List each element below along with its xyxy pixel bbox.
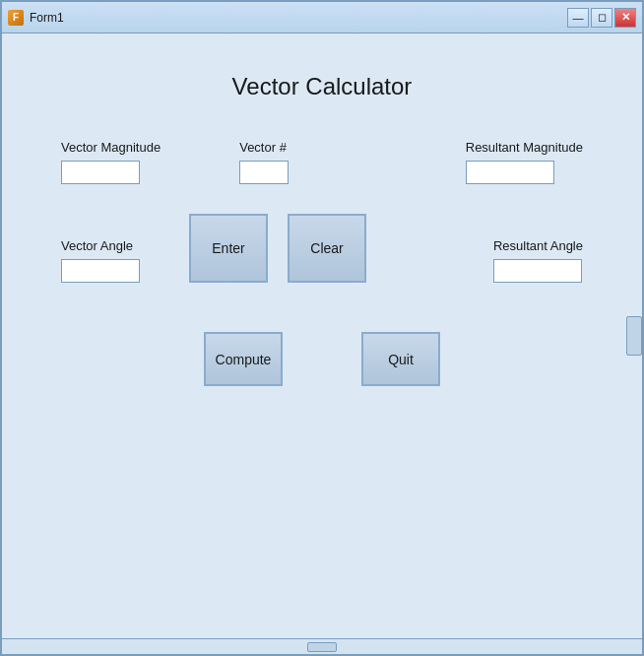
title-bar-buttons: — ◻ ✕ <box>567 8 636 28</box>
action-buttons-row: Compute Quit <box>61 332 583 386</box>
title-bar: F Form1 — ◻ ✕ <box>2 2 642 33</box>
quit-button[interactable]: Quit <box>361 332 440 386</box>
window-border-bottom <box>2 638 642 654</box>
close-button[interactable]: ✕ <box>614 8 636 28</box>
clear-button[interactable]: Clear <box>288 214 366 283</box>
minimize-button[interactable]: — <box>567 8 589 28</box>
resultant-angle-group: Resultant Angle <box>493 238 583 283</box>
vector-magnitude-label: Vector Magnitude <box>61 140 161 155</box>
vector-magnitude-group: Vector Magnitude <box>61 140 161 184</box>
vector-number-label: Vector # <box>239 140 289 155</box>
resultant-angle-input[interactable] <box>493 259 582 283</box>
vector-number-input[interactable] <box>239 161 289 184</box>
top-row: Vector Magnitude Vector # Resultant Magn… <box>61 140 583 184</box>
title-bar-left: F Form1 <box>8 10 64 26</box>
window-title: Form1 <box>30 11 64 25</box>
vector-angle-group: Vector Angle <box>61 238 140 283</box>
scrollbar-right[interactable] <box>626 316 642 356</box>
enter-button[interactable]: Enter <box>189 214 268 283</box>
vector-angle-label: Vector Angle <box>61 238 140 253</box>
vector-magnitude-input[interactable] <box>61 161 140 184</box>
compute-button[interactable]: Compute <box>204 332 283 386</box>
resultant-magnitude-input[interactable] <box>466 161 554 184</box>
vector-number-group: Vector # <box>239 140 289 184</box>
main-window: F Form1 — ◻ ✕ Vector Calculator Vector M… <box>0 0 644 656</box>
bottom-row: Vector Angle Enter Clear Resultant Angle <box>61 214 583 283</box>
app-icon: F <box>8 10 24 26</box>
vector-angle-input[interactable] <box>61 259 140 283</box>
window-content: Vector Calculator Vector Magnitude Vecto… <box>2 33 642 638</box>
resultant-angle-label: Resultant Angle <box>493 238 583 253</box>
resultant-magnitude-group: Resultant Magnitude <box>466 140 583 184</box>
center-buttons: Enter Clear <box>189 214 366 283</box>
resultant-magnitude-label: Resultant Magnitude <box>466 140 583 155</box>
restore-button[interactable]: ◻ <box>591 8 612 28</box>
app-title: Vector Calculator <box>232 73 413 100</box>
scrollbar-bottom[interactable] <box>307 642 337 652</box>
